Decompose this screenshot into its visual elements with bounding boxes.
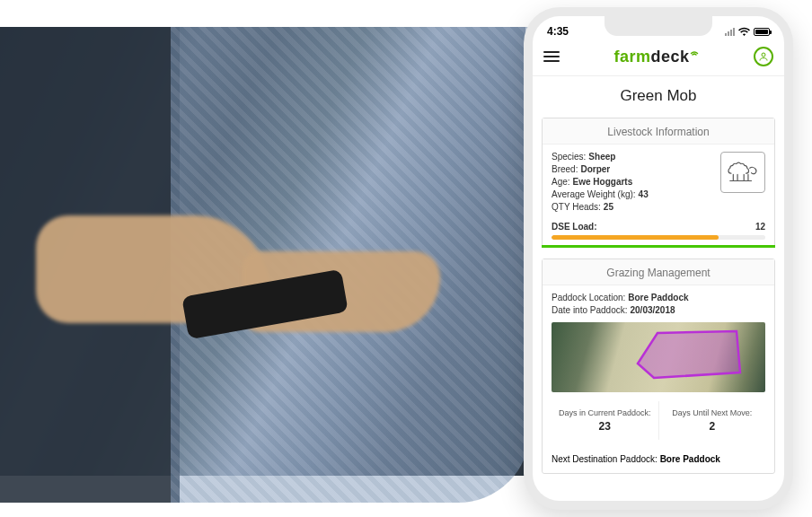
profile-icon[interactable]: [754, 47, 773, 66]
livestock-card: Livestock Information Species:Sheep Bree…: [542, 118, 775, 248]
species-label: Species:: [552, 152, 586, 162]
battery-icon: [754, 28, 770, 36]
dse-label: DSE Load:: [552, 222, 597, 232]
age-label: Age:: [552, 177, 570, 187]
age-value: Ewe Hoggarts: [573, 177, 633, 187]
days-current-label: Days in Current Paddock:: [559, 408, 651, 417]
grazing-card-title: Grazing Management: [543, 259, 774, 285]
paddock-location-value: Bore Paddock: [628, 293, 688, 302]
paddock-location-label: Paddock Location:: [552, 293, 625, 302]
species-value: Sheep: [588, 152, 615, 162]
brand-logo[interactable]: farmdeck: [613, 48, 699, 66]
svg-point-0: [762, 53, 765, 57]
days-current: Days in Current Paddock: 23: [552, 401, 658, 440]
brand-signal-icon: [689, 47, 700, 57]
days-until: Days Until Next Move: 2: [658, 401, 766, 440]
dse-bar: [552, 235, 765, 240]
phone-frame: 4:35 farmdeck Green Mob Livestock Inform: [524, 7, 793, 510]
app-topbar: farmdeck: [533, 41, 784, 76]
brand-part2: deck: [650, 48, 689, 66]
qty-label: QTY Heads:: [552, 202, 601, 212]
date-in-label: Date into Paddock:: [552, 305, 628, 315]
days-until-label: Days Until Next Move:: [672, 408, 752, 417]
qty-value: 25: [604, 202, 613, 212]
page-title: Green Mob: [533, 76, 784, 118]
days-current-value: 23: [555, 420, 655, 433]
sheep-icon: [720, 152, 765, 193]
paddock-shape: [631, 328, 747, 381]
brand-part1: farm: [613, 48, 650, 66]
next-dest-label: Next Destination Paddock:: [552, 454, 658, 464]
menu-icon[interactable]: [543, 51, 560, 62]
date-in-value: 20/03/2018: [631, 305, 675, 315]
phone-notch: [605, 16, 712, 36]
paddock-map[interactable]: [552, 322, 765, 392]
wifi-icon: [738, 27, 750, 36]
breed-label: Breed:: [552, 164, 578, 174]
livestock-card-title: Livestock Information: [543, 118, 774, 145]
grazing-card: Grazing Management Paddock Location:Bore…: [542, 258, 775, 474]
breed-value: Dorper: [580, 164, 610, 174]
status-time: 4:35: [547, 25, 569, 38]
avg-weight-label: Average Weight (kg):: [552, 189, 636, 199]
status-indicators: [725, 27, 770, 36]
days-until-value: 2: [663, 420, 763, 433]
next-dest-value: Bore Paddock: [660, 454, 720, 464]
dse-value: 12: [755, 222, 765, 232]
svg-marker-2: [638, 331, 740, 378]
phone-screen: 4:35 farmdeck Green Mob Livestock Inform: [533, 16, 784, 501]
signal-icon: [725, 28, 735, 36]
hero-photo: [0, 27, 525, 476]
avg-weight-value: 43: [639, 189, 649, 199]
